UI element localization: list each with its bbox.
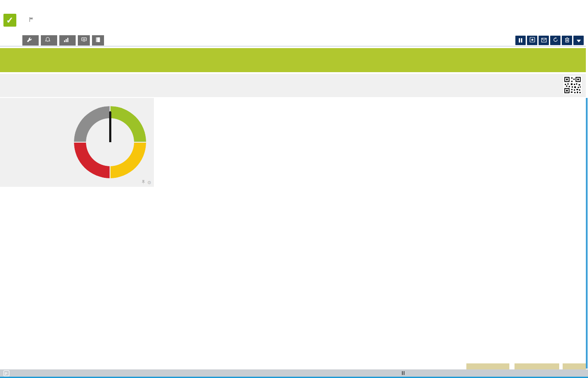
pause-icon [402,371,404,375]
gear-icon[interactable]: ⚙ [147,180,151,186]
wrench-icon [27,37,32,44]
basic-status-gauge-card: ⚙ [0,98,154,187]
trash-icon [565,37,570,44]
more-actions-button[interactable] [573,36,584,45]
comment-icon [81,37,87,44]
refresh-button[interactable] [550,36,560,45]
scrollbar-strip[interactable] [586,98,588,369]
sensor-status-row [0,74,586,97]
toolbar-buttons [22,35,104,46]
peek-block [563,363,586,369]
envelope-icon [541,37,547,44]
pause-icon [519,38,522,43]
card-tools: ⚙ [141,180,151,186]
svg-text:P: P [5,372,8,376]
flag-icon[interactable] [29,16,34,24]
mini-gauge-grid [155,98,403,187]
sensor-title-row: ✓ [3,14,38,27]
pause-button[interactable] [515,36,526,45]
gauge-needle-layer [74,106,146,178]
gauge-needle [109,111,111,142]
comment-button[interactable] [78,35,90,46]
qr-code [564,76,582,96]
refresh-icon [553,37,558,44]
last-message-banner [0,48,586,72]
prtg-sensor-overview-page: ✓ [0,0,588,378]
bell-icon [45,37,50,44]
email-button[interactable] [539,36,549,45]
tab-bar [0,35,586,46]
settings-button[interactable] [22,35,39,46]
chevron-down-icon [576,37,581,44]
peek-block [466,363,509,369]
chart-icon [64,37,69,44]
paessler-logo[interactable]: P [3,370,9,376]
peek-block [514,363,559,369]
notifications-button[interactable] [41,35,57,46]
channels-button[interactable] [59,35,76,46]
delete-button[interactable] [562,36,572,45]
footer-bar: P [0,369,588,378]
add-favorite-button[interactable] [527,36,537,45]
report-icon [95,37,101,44]
sensor-ok-check-icon: ✓ [3,14,16,27]
report-button[interactable] [92,35,104,46]
pin-icon[interactable] [141,180,145,186]
sensor-action-buttons [515,36,584,46]
favorite-icon [530,37,535,44]
